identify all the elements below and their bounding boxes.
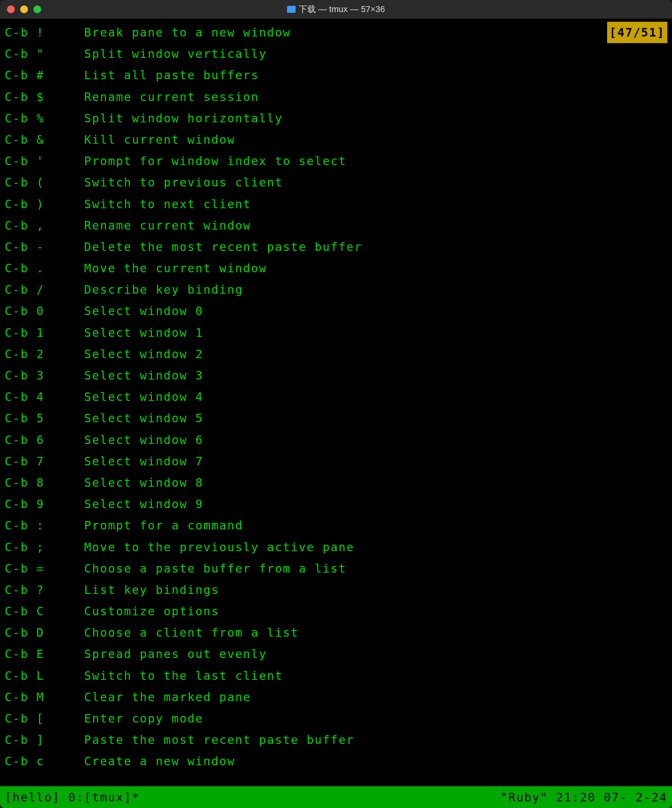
- scroll-position-indicator: [47/51]: [607, 22, 667, 43]
- binding-row: C-b % Split window horizontally: [5, 108, 667, 129]
- binding-row: C-b 3 Select window 3: [5, 365, 667, 386]
- tmux-status-bar: [hello] 0:[tmux]* "Ruby" 21:20 07- 2-24: [0, 786, 672, 808]
- binding-row: C-b 1 Select window 1: [5, 322, 667, 343]
- binding-row: C-b / Describe key binding: [5, 279, 667, 300]
- binding-row: C-b , Rename current window: [5, 215, 667, 236]
- binding-row: C-b - Delete the most recent paste buffe…: [5, 236, 667, 258]
- window-title: 下载 — tmux — 57×36: [287, 3, 385, 15]
- status-right: "Ruby" 21:20 07- 2-24: [500, 791, 667, 804]
- minimize-button[interactable]: [20, 5, 28, 13]
- maximize-button[interactable]: [33, 5, 41, 13]
- terminal-body[interactable]: [47/51] C-b ! Break pane to a new window…: [0, 19, 672, 786]
- binding-row: C-b 7 Select window 7: [5, 451, 667, 472]
- key-bindings-list: C-b ! Break pane to a new windowC-b " Sp…: [5, 22, 667, 772]
- binding-row: C-b = Choose a paste buffer from a list: [5, 558, 667, 579]
- binding-row: C-b 4 Select window 4: [5, 386, 667, 407]
- binding-row: C-b ' Prompt for window index to select: [5, 150, 667, 172]
- window-titlebar: 下载 — tmux — 57×36: [0, 0, 672, 19]
- binding-row: C-b E Spread panes out evenly: [5, 643, 667, 665]
- binding-row: C-b c Create a new window: [5, 751, 667, 772]
- binding-row: C-b " Split window vertically: [5, 43, 667, 64]
- binding-row: C-b C Customize options: [5, 601, 667, 622]
- binding-row: C-b & Kill current window: [5, 129, 667, 150]
- binding-row: C-b ? List key bindings: [5, 579, 667, 601]
- binding-row: C-b ! Break pane to a new window: [5, 22, 667, 43]
- binding-row: C-b 6 Select window 6: [5, 429, 667, 451]
- binding-row: C-b : Prompt for a command: [5, 515, 667, 536]
- binding-row: C-b D Choose a client from a list: [5, 622, 667, 643]
- window-title-text: 下载 — tmux — 57×36: [299, 3, 385, 15]
- binding-row: C-b ) Switch to next client: [5, 193, 667, 215]
- close-button[interactable]: [7, 5, 15, 13]
- binding-row: C-b 5 Select window 5: [5, 407, 667, 429]
- binding-row: C-b 9 Select window 9: [5, 493, 667, 515]
- binding-row: C-b ( Switch to previous client: [5, 172, 667, 193]
- binding-row: C-b 2 Select window 2: [5, 343, 667, 365]
- folder-icon: [287, 6, 296, 13]
- binding-row: C-b [ Enter copy mode: [5, 708, 667, 729]
- binding-row: C-b ] Paste the most recent paste buffer: [5, 729, 667, 751]
- traffic-lights: [7, 5, 41, 13]
- status-left: [hello] 0:[tmux]*: [5, 791, 140, 804]
- binding-row: C-b L Switch to the last client: [5, 665, 667, 686]
- binding-row: C-b 8 Select window 8: [5, 472, 667, 493]
- terminal-window: 下载 — tmux — 57×36 [47/51] C-b ! Break pa…: [0, 0, 672, 808]
- binding-row: C-b 0 Select window 0: [5, 300, 667, 322]
- binding-row: C-b # List all paste buffers: [5, 64, 667, 86]
- binding-row: C-b M Clear the marked pane: [5, 686, 667, 708]
- binding-row: C-b $ Rename current session: [5, 86, 667, 108]
- binding-row: C-b ; Move to the previously active pane: [5, 536, 667, 558]
- binding-row: C-b . Move the current window: [5, 258, 667, 279]
